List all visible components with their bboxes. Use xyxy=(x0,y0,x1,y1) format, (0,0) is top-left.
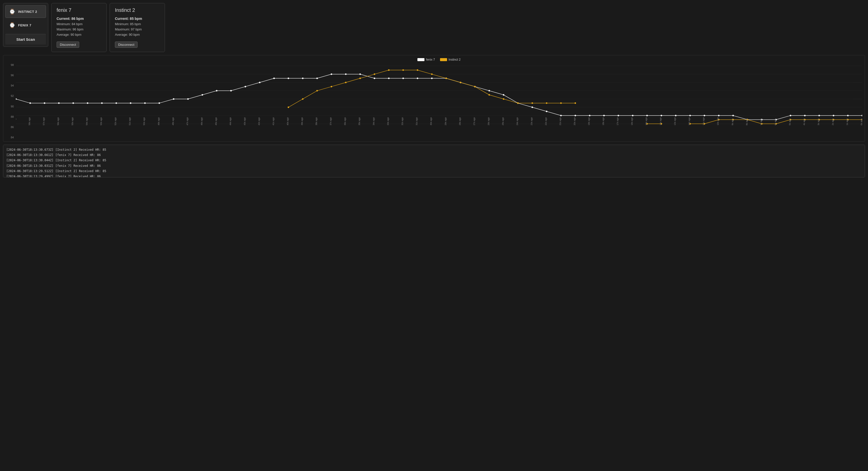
card-title-instinct2: Instinct 2 xyxy=(115,7,160,13)
y-label-98: 98 xyxy=(5,63,14,66)
y-label-94: 94 xyxy=(5,84,14,87)
hr-chart-canvas xyxy=(16,63,862,139)
card-average-instinct2: Average: 90 bpm xyxy=(115,33,160,36)
y-label-96: 96 xyxy=(5,74,14,77)
device-card-instinct2: Instinct 2 Current: 85 bpm Minimum: 85 b… xyxy=(110,3,165,52)
card-minimum-fenix7: Minimum: 84 bpm xyxy=(57,22,101,26)
legend-swatch-instinct2 xyxy=(440,58,447,61)
log-line: [2024-06-30T18:13:30.661Z] [fenix 7] Rec… xyxy=(6,153,862,157)
card-current-fenix7: Current: 86 bpm xyxy=(57,17,101,21)
watch-icon-instinct2: ⌚ xyxy=(8,7,16,16)
device-name-instinct2: INSTINCT 2 xyxy=(18,10,37,13)
card-maximum-instinct2: Maximum: 97 bpm xyxy=(115,27,160,31)
log-line: [2024-06-30T18:13:30.031Z] [fenix 7] Rec… xyxy=(6,164,862,168)
disconnect-button-fenix7[interactable]: Disconnect xyxy=(57,41,79,48)
legend-label-fenix7: fenix 7 xyxy=(426,58,435,61)
legend-swatch-fenix7 xyxy=(417,58,425,61)
log-line: [2024-06-30T18:13:29.512Z] [Instinct 2] … xyxy=(6,169,862,174)
start-scan-button[interactable]: Start Scan xyxy=(5,34,46,45)
top-section: ⌚ INSTINCT 2 ⌚ FENIX 7 Start Scan fenix … xyxy=(3,3,865,52)
log-container[interactable]: [2024-06-30T18:13:30.673Z] [Instinct 2] … xyxy=(3,145,865,177)
card-title-fenix7: fenix 7 xyxy=(57,7,101,13)
chart-legend: fenix 7 Instinct 2 xyxy=(16,58,862,61)
card-current-instinct2: Current: 85 bpm xyxy=(115,17,160,21)
watch-icon-fenix7: ⌚ xyxy=(8,21,16,29)
device-card-fenix7: fenix 7 Current: 86 bpm Minimum: 84 bpm … xyxy=(51,3,106,52)
y-label-86: 86 xyxy=(5,125,14,128)
chart-area: 84 86 88 90 92 94 96 98 xyxy=(16,63,862,139)
log-line: [2024-06-30T18:13:30.044Z] [Instinct 2] … xyxy=(6,158,862,163)
chart-container: fenix 7 Instinct 2 84 86 88 90 92 94 96 … xyxy=(3,55,865,142)
card-minimum-instinct2: Minimum: 85 bpm xyxy=(115,22,160,26)
log-line: [2024-06-30T18:13:30.673Z] [Instinct 2] … xyxy=(6,147,862,152)
legend-item-instinct2: Instinct 2 xyxy=(440,58,461,61)
device-item-instinct2[interactable]: ⌚ INSTINCT 2 xyxy=(5,5,46,18)
disconnect-button-instinct2[interactable]: Disconnect xyxy=(115,41,137,48)
legend-label-instinct2: Instinct 2 xyxy=(448,58,461,61)
device-list: ⌚ INSTINCT 2 ⌚ FENIX 7 Start Scan xyxy=(3,3,48,47)
device-item-fenix7[interactable]: ⌚ FENIX 7 xyxy=(5,19,46,31)
chart-y-labels: 84 86 88 90 92 94 96 98 xyxy=(5,63,14,139)
y-label-90: 90 xyxy=(5,105,14,108)
log-line: [2024-06-30T18:13:29.499Z] [fenix 7] Rec… xyxy=(6,174,862,177)
card-average-fenix7: Average: 90 bpm xyxy=(57,33,101,36)
y-label-92: 92 xyxy=(5,94,14,97)
legend-item-fenix7: fenix 7 xyxy=(417,58,435,61)
y-label-84: 84 xyxy=(5,136,14,139)
device-name-fenix7: FENIX 7 xyxy=(18,23,31,27)
y-label-88: 88 xyxy=(5,115,14,118)
card-maximum-fenix7: Maximum: 96 bpm xyxy=(57,27,101,31)
